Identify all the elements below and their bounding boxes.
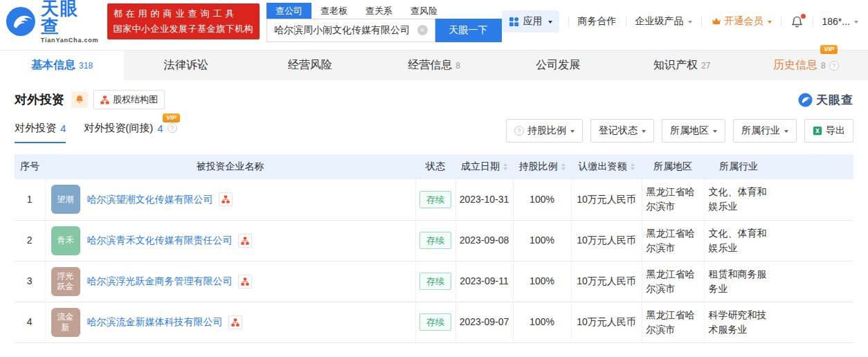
chevron-down-icon xyxy=(784,130,788,135)
company-link[interactable]: 哈尔滨望潮文化传媒有限公司 xyxy=(87,192,213,207)
filler-cell xyxy=(773,179,853,220)
vip-badge: VIP xyxy=(820,45,838,54)
table-row: 4 流金新 哈尔滨流金新媒体科技有限公司 存续 2 xyxy=(15,302,853,342)
tab-operation-risk[interactable]: 经营风险 xyxy=(248,51,372,80)
header-menu: 应用 商务合作 企业级产品 开通会员 xyxy=(502,10,868,33)
tianyancha-logo[interactable]: 天眼查 TianYanCha.com xyxy=(6,0,99,44)
established-date: 2023-09-07 xyxy=(455,302,513,342)
equity-structure-button[interactable]: 股权结构图 xyxy=(93,90,165,109)
help-icon[interactable] xyxy=(168,123,177,133)
sort-icon[interactable] xyxy=(631,161,635,172)
status-badge: 存续 xyxy=(419,273,451,290)
bell-icon xyxy=(75,95,84,104)
divider xyxy=(701,17,702,26)
brand-name: 天眼查 xyxy=(41,0,99,35)
filter-holding-ratio[interactable]: 持股比例 xyxy=(506,119,583,143)
established-date: 2023-10-31 xyxy=(455,179,513,220)
subtab-outbound-investment[interactable]: 对外投资 4 xyxy=(15,122,66,143)
company-link[interactable]: 哈尔滨浮光跃金商务管理有限公司 xyxy=(87,274,233,289)
company-link[interactable]: 哈尔滨青禾文化传媒有限责任公司 xyxy=(87,233,233,248)
filter-region[interactable]: 所属地区 xyxy=(662,119,725,143)
account-phone: 186*... xyxy=(822,16,850,27)
tab-intellectual-property[interactable]: 知识产权27 xyxy=(620,51,744,80)
equity-chart-icon[interactable] xyxy=(228,315,242,329)
company-link[interactable]: 哈尔滨流金新媒体科技有限公司 xyxy=(87,315,223,329)
search-input[interactable] xyxy=(274,25,417,36)
org-chart-icon xyxy=(100,95,109,104)
col-header-status: 状态 xyxy=(415,154,455,179)
notification-dot xyxy=(801,14,806,19)
help-icon[interactable] xyxy=(829,61,839,71)
search-tab-relation[interactable]: 查关系 xyxy=(356,3,401,19)
industry: 租赁和商务服务业 xyxy=(704,261,773,302)
search-tab-risk[interactable]: 查风险 xyxy=(401,3,446,19)
business-cooperation-link[interactable]: 商务合作 xyxy=(578,15,617,28)
subtab-indirect-investment[interactable]: VIP 对外投资(间接) 4 xyxy=(84,122,177,143)
filter-industry[interactable]: 所属行业 xyxy=(733,119,797,143)
col-header-region: 所属地区 xyxy=(642,154,704,179)
col-header-date-sort[interactable]: 成立日期 xyxy=(455,154,513,179)
tab-operation-info[interactable]: 经营信息8 xyxy=(372,51,496,80)
clear-icon[interactable] xyxy=(417,25,428,35)
col-header-ratio-sort[interactable]: 持股比例 xyxy=(513,154,571,179)
divider xyxy=(626,17,626,26)
divider xyxy=(568,17,569,26)
search-area: 查公司 查老板 查关系 查风险 天眼一下 xyxy=(266,3,501,42)
search-button[interactable]: 天眼一下 xyxy=(435,19,502,42)
sort-icon[interactable] xyxy=(503,161,507,172)
chevron-down-icon xyxy=(642,130,646,135)
table-row: 2 青禾 哈尔滨青禾文化传媒有限责任公司 存续 2 xyxy=(15,220,853,261)
established-date: 2023-09-11 xyxy=(455,261,513,302)
apps-menu[interactable]: 应用 xyxy=(502,10,559,33)
main-content: 对外投资 股权结构图 天眼查 xyxy=(0,90,868,343)
region: 黑龙江省哈尔滨市 xyxy=(642,261,704,302)
chevron-down-icon xyxy=(713,130,717,135)
industry: 文化、体育和娱乐业 xyxy=(704,220,773,261)
shareholding-ratio: 100% xyxy=(513,179,571,220)
equity-chart-icon[interactable] xyxy=(238,234,252,248)
search-tab-company[interactable]: 查公司 xyxy=(266,3,311,19)
top-header: 天眼查 TianYanCha.com 都在用的商业查询工具 国家中小企业发展子基… xyxy=(0,0,868,43)
table-row: 1 望潮 哈尔滨望潮文化传媒有限公司 存续 202 xyxy=(15,179,853,220)
tab-legal-litigation[interactable]: 法律诉讼 xyxy=(124,51,248,80)
col-header-filler xyxy=(773,154,853,179)
table-row: 3 浮光跃金 哈尔滨浮光跃金商务管理有限公司 存续 xyxy=(15,261,853,302)
open-vip-menu[interactable]: 开通会员 xyxy=(711,15,772,28)
tab-basic-info[interactable]: 基本信息318 xyxy=(0,51,124,80)
sort-icon[interactable] xyxy=(561,161,566,172)
monitor-bell-button[interactable] xyxy=(71,91,88,108)
enterprise-products-menu[interactable]: 企业级产品 xyxy=(635,15,692,28)
promo-line1: 都在用的商业查询工具 xyxy=(114,6,254,21)
subscribed-capital: 10万元人民币 xyxy=(571,302,642,342)
equity-chart-icon[interactable] xyxy=(219,192,233,206)
search-tab-boss[interactable]: 查老板 xyxy=(311,3,356,19)
export-button[interactable]: 导出 xyxy=(804,119,853,143)
divider xyxy=(781,17,781,26)
company-avatar[interactable]: 青禾 xyxy=(51,226,80,255)
tab-history-info[interactable]: VIP 历史信息8 xyxy=(744,51,868,80)
tianyancha-logo-icon xyxy=(798,93,813,107)
row-index: 4 xyxy=(15,302,45,342)
subscribed-capital: 10万元人民币 xyxy=(571,179,642,220)
notification-bell[interactable] xyxy=(790,15,804,28)
account-menu[interactable]: 186*... xyxy=(822,16,858,27)
col-header-industry: 所属行业 xyxy=(704,154,773,179)
equity-chart-icon[interactable] xyxy=(238,275,252,289)
company-avatar[interactable]: 望潮 xyxy=(51,185,80,214)
help-icon xyxy=(514,126,524,136)
filler-cell xyxy=(773,302,853,342)
chevron-down-icon xyxy=(570,130,575,135)
filter-registration-status[interactable]: 登记状态 xyxy=(590,119,654,143)
divider xyxy=(813,17,813,26)
investment-table-body: 1 望潮 哈尔滨望潮文化传媒有限公司 存续 202 xyxy=(15,179,853,342)
chevron-down-icon xyxy=(548,21,552,26)
shareholding-ratio: 100% xyxy=(513,220,571,261)
chevron-down-icon xyxy=(768,21,772,26)
section-title: 对外投资 xyxy=(15,91,64,108)
status-badge: 存续 xyxy=(419,313,451,331)
company-avatar[interactable]: 浮光跃金 xyxy=(51,267,80,296)
col-header-capital-sort[interactable]: 认缴出资额 xyxy=(571,154,642,179)
tab-company-development[interactable]: 公司发展 xyxy=(496,51,620,80)
company-avatar[interactable]: 流金新 xyxy=(51,308,80,337)
row-index: 3 xyxy=(15,261,45,302)
